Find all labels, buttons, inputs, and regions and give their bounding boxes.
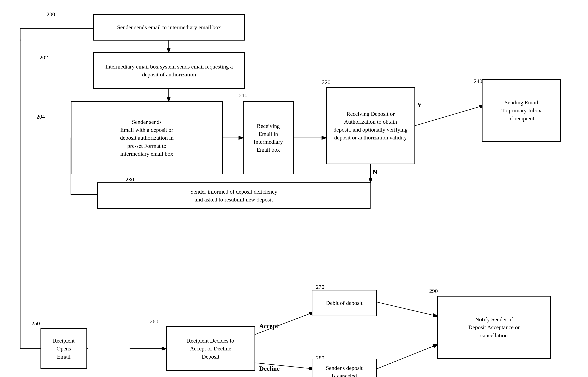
- box-280: Sender's deposit Is canceled: [312, 359, 377, 377]
- box-270: Debit of deposit: [312, 290, 377, 316]
- box-250: Recipient Opens Email: [41, 328, 87, 369]
- svg-line-5: [415, 106, 484, 126]
- ref-260: 260: [150, 318, 158, 325]
- svg-line-14: [377, 345, 437, 369]
- ref-250: 250: [31, 320, 40, 327]
- ref-202: 202: [39, 54, 48, 61]
- svg-line-13: [377, 302, 437, 316]
- diagram-container: 200 Sender sends email to intermediary e…: [0, 0, 588, 377]
- ref-230: 230: [125, 176, 134, 183]
- label-accept: Accept: [259, 322, 278, 330]
- box-290: Notify Sender of Deposit Acceptance or c…: [437, 296, 551, 359]
- box-210: Receiving Email in Intermediary Email bo…: [243, 101, 294, 174]
- ref-290: 290: [429, 288, 438, 294]
- box-260: Recipient Decides to Accept or Decline D…: [166, 326, 255, 371]
- box-200: Sender sends email to intermediary email…: [93, 14, 245, 41]
- box-220: Receiving Deposit or Authorization to ob…: [326, 87, 415, 164]
- label-N: N: [373, 168, 377, 176]
- label-decline: Decline: [259, 365, 280, 372]
- ref-220: 220: [322, 79, 331, 85]
- box-204: Sender sends Email with a deposit or dep…: [71, 101, 223, 174]
- ref-200: 200: [46, 11, 55, 18]
- ref-240: 240: [474, 78, 482, 84]
- ref-204: 204: [36, 114, 45, 120]
- box-240: Sending Email To primary Inbox of recipi…: [482, 79, 561, 142]
- ref-210: 210: [239, 92, 247, 99]
- box-230: Sender informed of deposit deficiency an…: [97, 182, 371, 209]
- ref-270: 270: [316, 284, 324, 290]
- label-Y: Y: [417, 101, 422, 109]
- box-202: Intermediary email box system sends emai…: [93, 52, 245, 89]
